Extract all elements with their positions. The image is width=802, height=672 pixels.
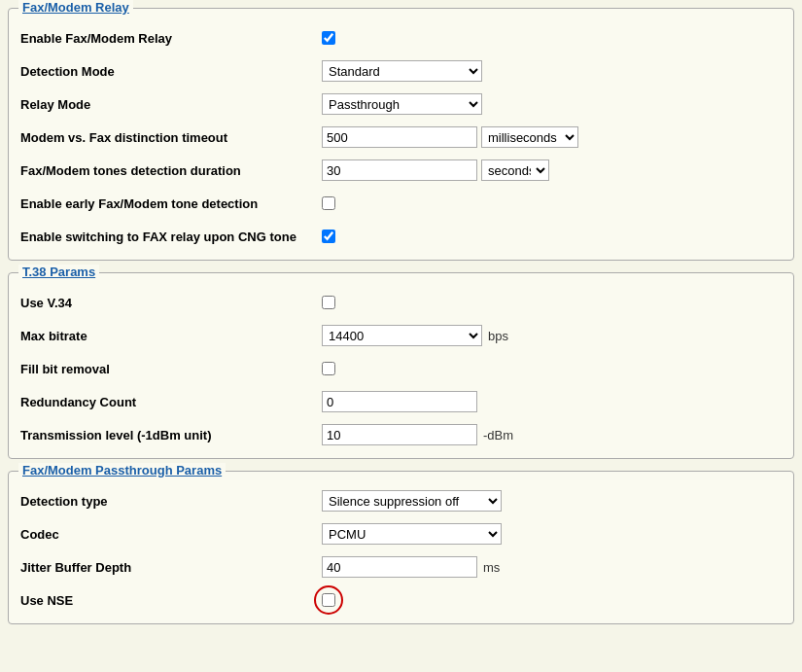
cng-tone-label: Enable switching to FAX relay upon CNG t… xyxy=(20,230,322,244)
relay-mode-label: Relay Mode xyxy=(20,97,322,112)
enable-fax-modem-relay-label: Enable Fax/Modem Relay xyxy=(20,31,322,46)
enable-fax-modem-relay-control xyxy=(322,31,335,45)
detection-type-label: Detection type xyxy=(20,494,322,509)
tones-detection-duration-control: seconds minutes xyxy=(322,159,549,181)
enable-fax-modem-relay-checkbox[interactable] xyxy=(322,31,335,45)
tones-detection-duration-row: Fax/Modem tones detection duration secon… xyxy=(20,159,782,182)
jitter-buffer-depth-control: ms xyxy=(322,556,500,578)
max-bitrate-select[interactable]: 14400 9600 4800 2400 xyxy=(322,325,482,346)
early-tone-detection-row: Enable early Fax/Modem tone detection xyxy=(20,192,782,215)
fill-bit-removal-row: Fill bit removal xyxy=(20,357,782,380)
modem-fax-timeout-row: Modem vs. Fax distinction timeout millis… xyxy=(20,125,782,149)
max-bitrate-label: Max bitrate xyxy=(20,329,322,343)
use-v34-checkbox[interactable] xyxy=(322,296,335,309)
detection-mode-control: Standard Permissive Strict xyxy=(322,60,482,82)
jitter-buffer-depth-label: Jitter Buffer Depth xyxy=(20,560,322,575)
t38-params-title: T.38 Params xyxy=(18,265,99,279)
relay-mode-control: Passthrough T.38 xyxy=(322,93,482,115)
tones-detection-duration-unit-select[interactable]: seconds minutes xyxy=(481,159,549,181)
transmission-level-label: Transmission level (-1dBm unit) xyxy=(20,428,322,442)
redundancy-count-row: Redundancy Count xyxy=(20,390,782,413)
transmission-level-input[interactable] xyxy=(322,424,477,445)
tones-detection-duration-label: Fax/Modem tones detection duration xyxy=(20,163,322,178)
jitter-buffer-depth-row: Jitter Buffer Depth ms xyxy=(20,555,782,579)
fax-modem-relay-title: Fax/Modem Relay xyxy=(18,0,133,15)
use-nse-checkbox[interactable] xyxy=(322,593,335,607)
modem-fax-timeout-unit-select[interactable]: milliseconds seconds xyxy=(481,126,578,148)
modem-fax-timeout-control: milliseconds seconds xyxy=(322,126,578,148)
use-v34-row: Use V.34 xyxy=(20,291,782,314)
enable-fax-modem-relay-row: Enable Fax/Modem Relay xyxy=(20,26,782,50)
use-v34-control xyxy=(322,296,335,309)
passthrough-params-title: Fax/Modem Passthrough Params xyxy=(18,463,226,477)
use-nse-label: Use NSE xyxy=(20,593,322,608)
use-nse-row: Use NSE xyxy=(20,588,782,612)
redundancy-count-control xyxy=(322,391,477,412)
detection-type-row: Detection type Silence suppression off N… xyxy=(20,489,782,513)
codec-select[interactable]: PCMU PCMA G726 xyxy=(322,523,502,545)
cng-tone-control xyxy=(322,230,335,243)
transmission-level-control: -dBm xyxy=(322,424,513,445)
tones-detection-duration-input[interactable] xyxy=(322,159,477,181)
use-v34-label: Use V.34 xyxy=(20,296,322,310)
use-nse-control xyxy=(322,593,335,607)
detection-type-select[interactable]: Silence suppression off No silence suppr… xyxy=(322,490,502,512)
cng-tone-checkbox[interactable] xyxy=(322,230,335,243)
max-bitrate-unit: bps xyxy=(488,329,508,343)
fax-modem-relay-section: Fax/Modem Relay Enable Fax/Modem Relay D… xyxy=(8,8,794,261)
detection-type-control: Silence suppression off No silence suppr… xyxy=(322,490,502,512)
max-bitrate-control: 14400 9600 4800 2400 bps xyxy=(322,325,508,346)
transmission-level-row: Transmission level (-1dBm unit) -dBm xyxy=(20,423,782,446)
fill-bit-removal-control xyxy=(322,362,335,375)
redundancy-count-label: Redundancy Count xyxy=(20,395,322,409)
jitter-buffer-depth-unit: ms xyxy=(483,560,500,575)
jitter-buffer-depth-input[interactable] xyxy=(322,556,477,578)
transmission-level-unit: -dBm xyxy=(483,428,513,442)
detection-mode-select[interactable]: Standard Permissive Strict xyxy=(322,60,482,82)
modem-fax-timeout-label: Modem vs. Fax distinction timeout xyxy=(20,130,322,145)
early-tone-detection-control xyxy=(322,196,335,210)
codec-control: PCMU PCMA G726 xyxy=(322,523,502,545)
early-tone-detection-label: Enable early Fax/Modem tone detection xyxy=(20,196,322,211)
detection-mode-label: Detection Mode xyxy=(20,64,322,79)
detection-mode-row: Detection Mode Standard Permissive Stric… xyxy=(20,59,782,83)
cng-tone-row: Enable switching to FAX relay upon CNG t… xyxy=(20,225,782,248)
max-bitrate-row: Max bitrate 14400 9600 4800 2400 bps xyxy=(20,324,782,347)
redundancy-count-input[interactable] xyxy=(322,391,477,412)
codec-label: Codec xyxy=(20,527,322,542)
fill-bit-removal-checkbox[interactable] xyxy=(322,362,335,375)
codec-row: Codec PCMU PCMA G726 xyxy=(20,522,782,546)
use-nse-checkbox-wrapper xyxy=(322,593,335,607)
relay-mode-row: Relay Mode Passthrough T.38 xyxy=(20,92,782,116)
relay-mode-select[interactable]: Passthrough T.38 xyxy=(322,93,482,115)
early-tone-detection-checkbox[interactable] xyxy=(322,196,335,210)
modem-fax-timeout-input[interactable] xyxy=(322,126,477,148)
fill-bit-removal-label: Fill bit removal xyxy=(20,362,322,376)
passthrough-params-section: Fax/Modem Passthrough Params Detection t… xyxy=(8,471,794,624)
t38-params-section: T.38 Params Use V.34 Max bitrate 14400 9… xyxy=(8,272,794,459)
